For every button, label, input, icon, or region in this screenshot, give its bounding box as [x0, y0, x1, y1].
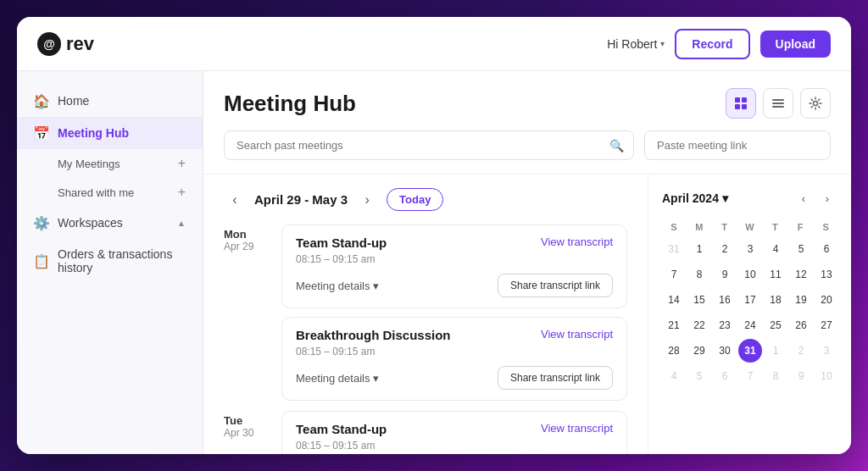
calendar-today[interactable]: 31 [738, 339, 762, 363]
share-transcript-button[interactable]: Share transcript link [498, 366, 613, 390]
meetings-list-tue: Team Stand-up View transcript 08:15 – 09… [281, 411, 627, 454]
calendar-day[interactable]: 9 [789, 364, 813, 388]
sidebar-item-workspaces[interactable]: ⚙️ Workspaces ▲ [17, 207, 203, 239]
calendar-day[interactable]: 10 [738, 263, 762, 286]
calendar-day[interactable]: 24 [738, 313, 762, 337]
calendar-day[interactable]: 13 [815, 263, 838, 286]
calendar-day[interactable]: 15 [687, 288, 711, 312]
share-transcript-button[interactable]: Share transcript link [498, 274, 613, 297]
workspaces-icon: ⚙️ [34, 215, 49, 230]
calendar-day[interactable]: 7 [662, 263, 686, 286]
top-bar: @ rev Hi Robert ▾ Record Upload [17, 17, 851, 71]
logo: @ rev [37, 32, 94, 56]
home-icon: 🏠 [34, 93, 49, 108]
calendar-day[interactable]: 4 [662, 364, 686, 388]
date-range: April 29 - May 3 [254, 192, 348, 207]
svg-rect-0 [735, 97, 740, 103]
record-button[interactable]: Record [675, 29, 749, 59]
calendar-day[interactable]: 21 [662, 313, 686, 337]
main-layout: 🏠 Home 📅 Meeting Hub My Meetings + Share… [17, 71, 851, 454]
svg-rect-1 [742, 97, 747, 103]
calendar-day[interactable]: 20 [815, 288, 838, 312]
view-transcript-link[interactable]: View transcript [541, 422, 613, 435]
meeting-time: 08:15 – 09:15 am [296, 346, 613, 357]
calendar-day[interactable]: 25 [764, 313, 787, 337]
calendar-day[interactable]: 8 [764, 364, 787, 388]
calendar-day[interactable]: 17 [738, 288, 762, 312]
paste-meeting-link-input[interactable] [644, 130, 831, 160]
meeting-details-button[interactable]: Meeting details ▾ [296, 372, 379, 385]
calendar-day[interactable]: 6 [713, 364, 737, 388]
calendar-day[interactable]: 18 [764, 288, 787, 312]
calendar-day[interactable]: 8 [687, 263, 711, 286]
calendar-day[interactable]: 12 [789, 263, 813, 286]
sidebar-item-my-meetings[interactable]: My Meetings + [17, 149, 203, 178]
sidebar-item-meeting-hub[interactable]: 📅 Meeting Hub [17, 117, 203, 149]
calendar-day[interactable]: 14 [662, 288, 686, 312]
meetings-list-mon: Team Stand-up View transcript 08:15 – 09… [281, 224, 627, 401]
calendar-day[interactable]: 2 [789, 339, 813, 363]
details-label: Meeting details [296, 372, 370, 385]
calendar-day[interactable]: 30 [713, 339, 737, 363]
calendar-day[interactable]: 16 [713, 288, 737, 312]
calendar-day[interactable]: 19 [789, 288, 813, 312]
svg-point-7 [814, 102, 818, 106]
sidebar-item-orders[interactable]: 📋 Orders & transactions history [17, 239, 203, 283]
meeting-title: Team Stand-up [296, 236, 387, 250]
svg-rect-5 [772, 103, 784, 104]
page-title: Meeting Hub [224, 91, 356, 117]
calendar-day[interactable]: 22 [687, 313, 711, 337]
calendar-icon: 📅 [34, 125, 49, 141]
list-icon [771, 97, 785, 110]
calendar-day[interactable]: 26 [789, 313, 813, 337]
greeting-text: Hi Robert [607, 37, 657, 51]
calendar-day[interactable]: 4 [764, 237, 787, 261]
shared-with-me-label: Shared with me [58, 186, 134, 199]
calendar-day[interactable]: 29 [687, 339, 711, 363]
meetings-panel: ‹ April 29 - May 3 › Today Mon Apr 29 [203, 175, 648, 454]
calendar-day[interactable]: 1 [687, 237, 711, 261]
list-view-button[interactable] [763, 88, 793, 119]
workspaces-label: Workspaces [58, 216, 123, 230]
calendar-week: 14 15 16 17 18 19 20 [662, 288, 837, 312]
calendar-prev-button[interactable]: ‹ [793, 188, 814, 208]
grid-view-button[interactable] [726, 88, 756, 119]
meeting-details-button[interactable]: Meeting details ▾ [296, 280, 379, 292]
calendar-day[interactable]: 2 [713, 237, 737, 261]
calendar-day[interactable]: 5 [789, 237, 813, 261]
view-transcript-link[interactable]: View transcript [541, 328, 613, 341]
search-input[interactable] [224, 130, 634, 160]
calendar-day[interactable]: 9 [713, 263, 737, 286]
prev-week-button[interactable]: ‹ [224, 189, 246, 211]
meeting-title: Team Stand-up [296, 422, 387, 436]
calendar-day[interactable]: 3 [815, 339, 838, 363]
calendar-day[interactable]: 23 [713, 313, 737, 337]
calendar-day[interactable]: 28 [662, 339, 686, 363]
next-week-button[interactable]: › [356, 189, 378, 211]
add-icon: + [178, 156, 186, 171]
gear-icon [809, 97, 822, 110]
calendar-day[interactable]: 6 [815, 237, 838, 261]
user-greeting[interactable]: Hi Robert ▾ [607, 37, 665, 51]
settings-button[interactable] [800, 88, 831, 119]
view-transcript-link[interactable]: View transcript [541, 236, 613, 248]
calendar-next-button[interactable]: › [817, 188, 837, 208]
calendar-day[interactable]: 27 [815, 313, 838, 337]
meeting-time: 08:15 – 09:15 am [296, 440, 613, 452]
calendar-day[interactable]: 10 [815, 364, 838, 388]
calendar-day[interactable]: 1 [764, 339, 787, 363]
calendar-day[interactable]: 5 [687, 364, 711, 388]
sidebar-item-home[interactable]: 🏠 Home [17, 85, 203, 117]
day-section-mon: Mon Apr 29 Team Stand-up View transcript… [224, 224, 627, 401]
calendar-day[interactable]: 11 [764, 263, 787, 286]
upload-button[interactable]: Upload [760, 30, 831, 58]
sidebar-item-shared-with-me[interactable]: Shared with me + [17, 178, 203, 207]
calendar-grid: S M T W T F S 31 1 2 [662, 219, 837, 388]
calendar-day[interactable]: 7 [738, 364, 762, 388]
calendar-day[interactable]: 31 [662, 237, 686, 261]
content-body: ‹ April 29 - May 3 › Today Mon Apr 29 [203, 175, 851, 454]
calendar-day[interactable]: 3 [738, 237, 762, 261]
logo-icon: @ [37, 32, 61, 56]
today-button[interactable]: Today [387, 188, 443, 211]
calendar-month[interactable]: April 2024 ▾ [662, 191, 728, 205]
